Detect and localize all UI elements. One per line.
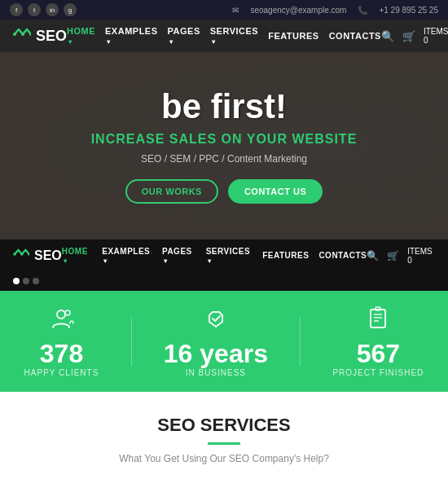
logo-text: SEO [36,28,67,45]
logo[interactable]: SEO [13,27,67,46]
hero-description: SEO / SEM / PPC / Content Marketing [91,153,358,165]
slide-indicators [0,271,448,291]
slide-dot-1[interactable] [13,278,20,284]
nav-examples[interactable]: EXAMPLES ▾ [105,26,158,46]
svg-point-0 [13,33,16,36]
sticky-nav: SEO HOME ▾ EXAMPLES ▾ PAGES ▾ SERVICES ▾… [0,240,448,271]
phone-icon: 📞 [358,6,367,15]
contact-info: ✉ seoagency@example.com 📞 +1 29 895 25 2… [232,6,438,15]
sticky-cart-icon[interactable]: 🛒 [387,250,399,261]
social-icons: f t in g [10,3,77,16]
cart-icon[interactable]: 🛒 [402,30,415,42]
sticky-search-icon[interactable]: 🔍 [367,250,379,261]
stat-clients: 378 HAPPY CLIENTS [24,305,99,377]
sticky-nav-pages[interactable]: PAGES ▾ [162,247,196,265]
stat-projects: 567 PROJECT FINISHED [332,305,424,377]
sticky-nav-icons: 🔍 🛒 ITEMS 0 [367,247,435,265]
stat-divider-2 [300,317,301,366]
email-icon: ✉ [232,6,239,15]
hero-title: be first! [91,88,358,125]
sticky-nav-services[interactable]: SERVICES ▾ [206,247,253,265]
email-text: seoagency@example.com [250,6,346,15]
search-icon[interactable]: 🔍 [381,30,394,42]
svg-point-7 [65,310,70,315]
stat-divider-1 [131,317,132,366]
sticky-cart-label: ITEMS 0 [407,247,435,265]
cart-label: ITEMS 0 [424,27,448,45]
google-icon[interactable]: g [64,3,77,16]
facebook-icon[interactable]: f [10,3,23,16]
top-bar: f t in g ✉ seoagency@example.com 📞 +1 29… [0,0,448,20]
years-icon [203,305,229,337]
clients-label: HAPPY CLIENTS [24,368,99,377]
twitter-icon[interactable]: t [28,3,41,16]
main-nav: HOME ▾ EXAMPLES ▾ PAGES ▾ SERVICES ▾ FEA… [67,26,381,46]
our-works-button[interactable]: OUR WORKS [125,179,218,204]
svg-rect-8 [371,310,385,327]
phone-text: +1 29 895 25 25 [379,6,438,15]
sticky-logo-text: SEO [34,248,62,263]
services-title: SEO SERVICES [16,415,432,436]
linkedin-icon[interactable]: in [46,3,59,16]
sticky-logo[interactable]: SEO [13,246,62,265]
clients-number: 378 [40,341,83,367]
svg-point-6 [57,310,65,319]
projects-icon [365,305,391,337]
svg-point-4 [20,253,24,256]
hero-buttons: OUR WORKS CONTACT US [91,179,358,204]
main-header: SEO HOME ▾ EXAMPLES ▾ PAGES ▾ SERVICES ▾… [0,20,448,52]
stats-bar: 378 HAPPY CLIENTS 16 years IN BUSINESS 5… [0,291,448,392]
sticky-nav-items: HOME ▾ EXAMPLES ▾ PAGES ▾ SERVICES ▾ FEA… [62,247,367,265]
svg-point-3 [13,253,16,256]
sticky-logo-icon [13,246,29,265]
services-underline [208,442,240,445]
nav-features[interactable]: FEATURES [268,31,318,41]
nav-contacts[interactable]: CONTACTS [329,31,381,41]
services-section: SEO SERVICES What You Get Using Our SEO … [0,392,448,479]
clients-icon [48,305,74,337]
slide-dot-3[interactable] [33,278,39,284]
years-label: IN BUSINESS [186,368,246,377]
sticky-nav-contacts[interactable]: CONTACTS [318,251,367,260]
contact-us-button[interactable]: CONTACT US [228,179,323,204]
nav-services[interactable]: SERVICES ▾ [210,26,258,46]
nav-pages[interactable]: PAGES ▾ [168,26,200,46]
hero-section: be first! INCREASE SALES ON YOUR WEBSITE… [0,52,448,240]
hero-content: be first! INCREASE SALES ON YOUR WEBSITE… [91,88,358,204]
stat-years: 16 years IN BUSINESS [164,305,268,377]
logo-icon [13,27,31,46]
projects-label: PROJECT FINISHED [332,368,424,377]
sticky-nav-features[interactable]: FEATURES [262,251,309,260]
years-number: 16 years [164,341,268,367]
nav-icons: 🔍 🛒 ITEMS 0 [381,27,448,45]
sticky-nav-examples[interactable]: EXAMPLES ▾ [102,247,152,265]
nav-home[interactable]: HOME ▾ [67,26,95,46]
svg-point-1 [21,33,24,36]
sticky-nav-home[interactable]: HOME ▾ [62,247,92,265]
slide-dot-2[interactable] [23,278,29,284]
services-subtitle: What You Get Using Our SEO Company's Hel… [16,453,432,464]
projects-number: 567 [357,341,400,367]
hero-subtitle: INCREASE SALES ON YOUR WEBSITE [91,132,358,147]
